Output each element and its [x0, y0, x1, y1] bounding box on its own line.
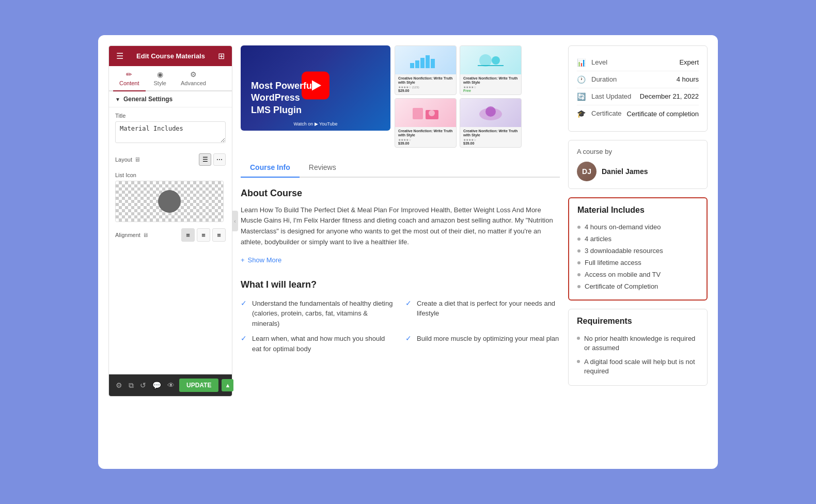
update-dropdown-btn[interactable]: ▲ [222, 379, 233, 391]
alignment-row: Alignment 🖥 ≡ ≡ ≡ [109, 225, 232, 245]
certificate-icon: 🎓 [577, 109, 586, 118]
course-hero: Most Powerful WordPress LMS Plugin Watch… [241, 45, 560, 148]
course-tabs: Course Info Reviews [241, 158, 560, 178]
thumb-card-2[interactable]: Creative Nonfiction: Write Truth with St… [460, 45, 522, 95]
check-icon-2: ✓ [241, 334, 247, 342]
undo-icon[interactable]: ↺ [138, 380, 148, 391]
info-row-updated: 🔄 Last Updated December 21, 2022 [577, 88, 699, 105]
panel-title: Edit Course Materials [136, 52, 205, 60]
tab-style[interactable]: ◉ Style [148, 66, 172, 91]
material-item-3: Full lifetime access [577, 257, 698, 269]
video-title: Most Powerful WordPress LMS Plugin [251, 80, 315, 116]
panel-header: ☰ Edit Course Materials ⊞ [109, 46, 232, 66]
dot-icon-5 [577, 285, 580, 288]
main-content: Most Powerful WordPress LMS Plugin Watch… [232, 45, 568, 459]
thumb-card-1[interactable]: Creative Nonfiction: Write Truth with St… [395, 45, 457, 95]
circle-icon: ◉ [157, 70, 163, 78]
check-icon-1: ✓ [405, 299, 412, 307]
monitor-icon: 🖥 [134, 156, 140, 163]
avatar: DJ [577, 162, 597, 181]
course-thumbnails: Creative Nonfiction: Write Truth with St… [395, 45, 522, 148]
svg-rect-4 [431, 59, 435, 68]
list-icon-section: List Icon [109, 169, 232, 225]
general-settings-toggle[interactable]: ▼ General Settings [109, 91, 232, 107]
svg-point-6 [492, 56, 500, 65]
thumb-card-4[interactable]: Creative Nonfiction: Write Truth with St… [460, 98, 522, 148]
learn-grid: ✓ Understand the fundamentals of healthy… [241, 298, 560, 354]
tab-course-info[interactable]: Course Info [241, 158, 300, 178]
title-input[interactable]: Material Includes [115, 121, 226, 143]
dot-icon-2 [577, 249, 580, 253]
material-includes-card: Material Includes 4 hours on-demand vide… [568, 197, 708, 301]
chat-icon[interactable]: 💬 [151, 380, 163, 391]
gear-icon: ⚙ [190, 70, 197, 78]
video-thumbnail[interactable]: Most Powerful WordPress LMS Plugin Watch… [241, 45, 390, 131]
svg-rect-0 [410, 63, 414, 68]
learn-item-0: ✓ Understand the fundamentals of healthy… [241, 298, 395, 329]
thumb-img-2 [460, 46, 521, 74]
info-row-certificate: 🎓 Certificate Certificate of completion [577, 105, 699, 123]
title-field-section: Title Material Includes [109, 107, 232, 150]
course-by-card: A course by DJ Daniel James [568, 140, 708, 189]
what-learn-section: What I will learn? ✓ Understand the fund… [241, 279, 560, 354]
icon-circle [158, 190, 181, 213]
icon-preview[interactable] [115, 181, 224, 222]
align-center-btn[interactable]: ≡ [197, 228, 210, 242]
req-title: Requirements [577, 317, 699, 326]
grid-icon[interactable]: ⊞ [218, 51, 225, 61]
settings-icon[interactable]: ⚙ [114, 380, 124, 391]
material-item-5: Certificate of Completion [577, 280, 698, 292]
author-row: DJ Daniel James [577, 162, 699, 181]
material-item-4: Access on mobile and TV [577, 269, 698, 280]
panel-footer: ⚙ ⧉ ↺ 💬 👁 UPDATE ▲ [109, 374, 232, 396]
check-icon-0: ✓ [241, 299, 247, 307]
thumb-row-1: Creative Nonfiction: Write Truth with St… [395, 45, 522, 95]
svg-rect-2 [420, 58, 425, 68]
thumb-img-4 [460, 99, 521, 127]
requirements-card: Requirements No prior health knowledge i… [568, 309, 708, 386]
main-container: ☰ Edit Course Materials ⊞ ✏ Content ◉ St… [98, 35, 718, 469]
thumb-details-2: Creative Nonfiction: Write Truth with St… [460, 74, 521, 94]
material-item-1: 4 articles [577, 233, 698, 245]
hamburger-icon[interactable]: ☰ [116, 51, 123, 61]
eye-icon[interactable]: 👁 [166, 380, 176, 391]
pencil-icon: ✏ [126, 70, 132, 78]
grid-view-btn[interactable]: ⋯ [213, 153, 226, 166]
learn-item-3: ✓ Build more muscle by optimizing your m… [405, 334, 560, 354]
thumb-card-3[interactable]: Creative Nonfiction: Write Truth with St… [395, 98, 457, 148]
show-more-button[interactable]: + Show More [241, 253, 281, 267]
monitor-icon-2: 🖥 [143, 232, 148, 238]
material-item-0: 4 hours on-demand video [577, 221, 698, 233]
svg-rect-3 [426, 55, 430, 68]
svg-point-12 [485, 106, 496, 117]
thumb-details-3: Creative Nonfiction: Write Truth with St… [395, 127, 456, 147]
tab-content[interactable]: ✏ Content [113, 66, 146, 91]
dot-icon-1 [577, 238, 580, 241]
align-right-btn[interactable]: ≡ [212, 228, 226, 242]
learn-item-1: ✓ Create a diet that is perfect for your… [405, 298, 560, 329]
bar-chart-icon: 📊 [577, 58, 586, 67]
alignment-label: Alignment [115, 232, 140, 238]
update-button[interactable]: UPDATE [179, 379, 218, 392]
align-left-btn[interactable]: ≡ [181, 228, 195, 242]
thumb-details-4: Creative Nonfiction: Write Truth with St… [460, 127, 521, 147]
course-by-title: A course by [577, 148, 699, 155]
layers-icon[interactable]: ⧉ [127, 380, 135, 391]
dot-icon-4 [577, 273, 580, 276]
author-name: Daniel James [602, 167, 648, 176]
drag-handle[interactable]: ‹ [232, 211, 238, 231]
tab-reviews[interactable]: Reviews [300, 158, 346, 178]
list-icon-label: List Icon [115, 172, 226, 178]
layout-row: Layout 🖥 ☰ ⋯ [109, 150, 232, 169]
about-course-heading: About Course [241, 188, 560, 199]
dot-icon-0 [577, 226, 580, 229]
about-course-body: Learn How To Build The Perfect Diet & Me… [241, 205, 560, 248]
tab-advanced[interactable]: ⚙ Advanced [175, 66, 212, 91]
info-row-level: 📊 Level Expert [577, 54, 699, 71]
list-view-btn[interactable]: ☰ [199, 153, 211, 166]
left-panel: ☰ Edit Course Materials ⊞ ✏ Content ◉ St… [108, 45, 232, 397]
material-item-2: 3 downloadable resources [577, 245, 698, 257]
svg-rect-1 [415, 60, 419, 68]
thumb-img-3 [395, 99, 456, 127]
clock-icon: 🕐 [577, 75, 586, 84]
